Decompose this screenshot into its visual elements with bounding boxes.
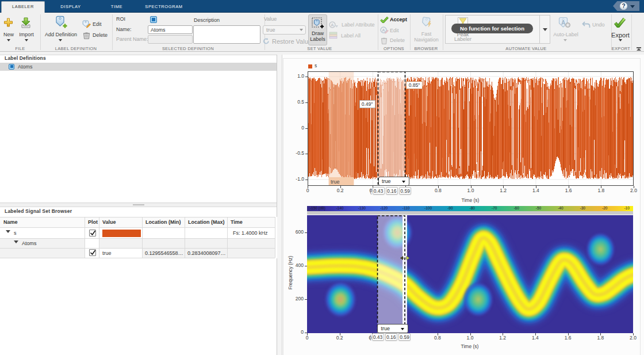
svg-text:A: A	[331, 22, 334, 28]
svg-text:A: A	[561, 20, 565, 26]
svg-text:true: true	[331, 179, 340, 185]
svg-text:A: A	[382, 28, 385, 33]
